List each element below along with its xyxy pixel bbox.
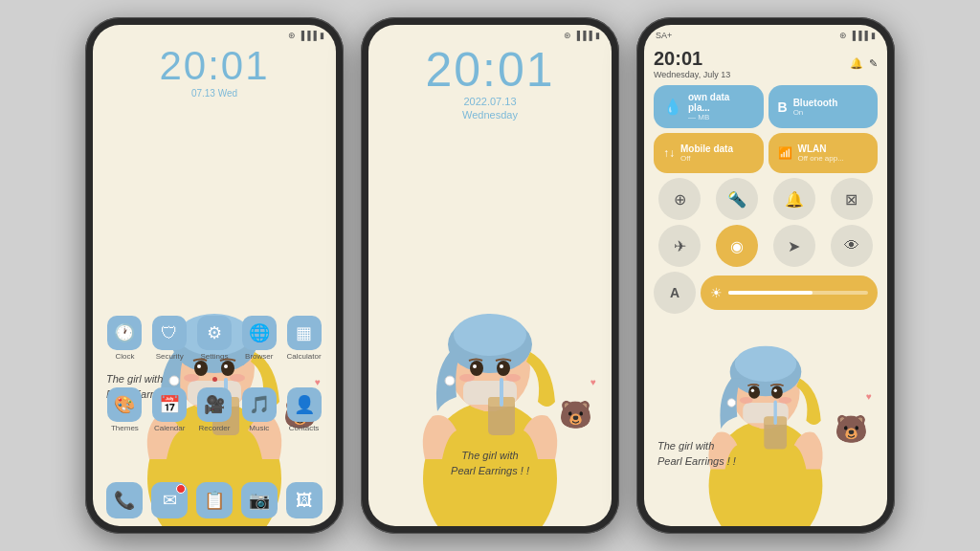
qs-tile-data-plan[interactable]: 💧 own data pla... — MB <box>654 85 764 128</box>
girl-text-line1-2: The girl with <box>451 449 529 463</box>
clock-time-2: 20:01 <box>368 46 612 94</box>
signal-icon: ▐▐▐ <box>299 31 317 40</box>
brightness-fill <box>728 291 813 295</box>
qs-tile-flashlight[interactable]: 🔦 <box>716 178 758 220</box>
dock-messages[interactable]: ✉ <box>151 482 188 518</box>
qs-tile-md-sub: Off <box>680 154 733 163</box>
bear-icon-2: 🐻 <box>559 399 592 430</box>
qs-header: 20:01 Wednesday, July 13 🔔 ✎ <box>654 48 878 79</box>
svg-point-46 <box>779 397 792 404</box>
svg-point-29 <box>459 374 475 382</box>
app-label-contacts: Contacts <box>289 424 320 432</box>
dock-camera[interactable]: 📷 <box>241 482 278 518</box>
qs-small-tiles-1: ⊕ 🔦 🔔 ⊠ <box>654 178 878 220</box>
app-icon-calculator[interactable]: ▦ <box>287 316 322 350</box>
qs-tile-wlan-sub: Off one app... <box>798 154 844 163</box>
app-browser[interactable]: 🌐 Browser <box>242 316 277 361</box>
app-clock[interactable]: 🕐 Clock <box>107 316 142 361</box>
app-themes[interactable]: 🎨 Themes <box>107 387 142 432</box>
qs-tile-vibrate[interactable]: ⊕ <box>658 178 701 220</box>
girl-text-line1-3: The girl with <box>657 439 736 453</box>
qs-tile-location[interactable]: ➤ <box>773 225 815 267</box>
app-icon-browser[interactable]: 🌐 <box>242 316 277 350</box>
page-dot <box>212 377 217 382</box>
qs-notification-icon[interactable]: 🔔 <box>850 57 863 70</box>
app-music[interactable]: 🎵 Music <box>242 387 277 432</box>
svg-point-38 <box>771 386 783 399</box>
qs-tile-notification[interactable]: 🔔 <box>773 178 815 220</box>
app-grid-1: 🕐 Clock 🛡 Security ⚙ Settings 🌐 Browser <box>93 316 336 440</box>
status-left-3: SA+ <box>656 31 672 40</box>
app-recorder[interactable]: 🎥 Recorder <box>197 387 232 432</box>
bluetooth-icon: ⊛ <box>288 31 296 40</box>
svg-point-36 <box>735 346 796 382</box>
clock-date-line2: Wednesday <box>368 109 612 121</box>
heart-icon-3: ♥ <box>866 391 872 402</box>
svg-point-39 <box>751 389 754 392</box>
app-label-calculator: Calculator <box>287 352 322 361</box>
qs-tile-screen-record[interactable]: ⊠ <box>831 178 873 220</box>
qs-tile-data-title: own data pla... <box>688 92 754 113</box>
qs-tile-bluetooth[interactable]: B Bluetooth On <box>768 85 879 128</box>
qs-tile-eye[interactable]: 👁 <box>831 225 873 267</box>
svg-point-30 <box>505 374 521 382</box>
qs-bottom-row: A ☀ <box>654 272 878 314</box>
quick-settings-panel: 20:01 Wednesday, July 13 🔔 ✎ 💧 own data … <box>644 42 887 320</box>
app-icon-calendar[interactable]: 📅 <box>152 387 187 422</box>
app-calendar[interactable]: 📅 Calendar <box>152 387 187 432</box>
app-row-2: 🎨 Themes 📅 Calendar 🎥 Recorder 🎵 Music <box>102 387 326 432</box>
app-icon-clock[interactable]: 🕐 <box>107 316 142 350</box>
bluetooth-icon-3: ⊛ <box>839 31 847 40</box>
app-icon-contacts[interactable]: 👤 <box>287 387 322 422</box>
app-icon-music[interactable]: 🎵 <box>242 387 277 422</box>
app-contacts[interactable]: 👤 Contacts <box>287 387 322 432</box>
qs-tile-mobile-data[interactable]: ↑↓ Mobile data Off <box>654 133 764 173</box>
qs-tile-circle[interactable]: ◉ <box>716 225 758 267</box>
bluetooth-tile-icon: B <box>778 99 788 115</box>
clock-widget-1: 20:01 07.13 Wed <box>93 42 336 99</box>
dock-gallery[interactable]: 🖼 <box>286 482 323 518</box>
qs-tiles-row2: ↑↓ Mobile data Off 📶 WLAN Off one app... <box>654 133 878 173</box>
app-icon-settings[interactable]: ⚙ <box>197 316 232 350</box>
clock-date-line1: 2022.07.13 <box>368 96 612 107</box>
qs-tile-wlan-title: WLAN <box>798 143 844 154</box>
svg-point-20 <box>454 314 526 356</box>
svg-point-22 <box>497 361 510 376</box>
clock-widget-2: 20:01 2022.07.13 Wednesday <box>368 42 612 121</box>
app-row-1: 🕐 Clock 🛡 Security ⚙ Settings 🌐 Browser <box>102 316 326 361</box>
qs-tile-airplane[interactable]: ✈ <box>658 225 701 267</box>
qs-tiles-row1: 💧 own data pla... — MB B Bluetooth On <box>654 85 878 128</box>
svg-point-47 <box>727 399 735 407</box>
qs-brightness-slider[interactable]: ☀ <box>701 276 878 310</box>
status-icons-3: ⊛ ▐▐▐ ▮ <box>839 31 876 40</box>
app-icon-security[interactable]: 🛡 <box>152 316 187 350</box>
svg-rect-44 <box>773 400 776 424</box>
qs-tile-wlan[interactable]: 📶 WLAN Off one app... <box>768 133 879 173</box>
data-plan-icon: 💧 <box>663 98 682 116</box>
status-bar-2: ⊛ ▐▐▐ ▮ <box>368 25 612 42</box>
qs-header-icons: 🔔 ✎ <box>850 57 878 70</box>
status-icons-2: ⊛ ▐▐▐ ▮ <box>564 31 600 40</box>
svg-rect-28 <box>500 378 503 407</box>
dot-indicator-1 <box>102 368 326 386</box>
app-calculator[interactable]: ▦ Calculator <box>287 316 322 361</box>
app-icon-recorder[interactable]: 🎥 <box>197 387 232 422</box>
qs-edit-icon[interactable]: ✎ <box>869 57 878 70</box>
qs-tile-md-text: Mobile data Off <box>680 143 733 163</box>
qs-tile-wlan-text: WLAN Off one app... <box>798 143 844 163</box>
qs-tile-font[interactable]: A <box>654 272 696 314</box>
brightness-icon: ☀ <box>710 285 723 300</box>
app-security[interactable]: 🛡 Security <box>152 316 187 361</box>
dock-phone[interactable]: 📞 <box>106 482 143 518</box>
dock-notes[interactable]: 📋 <box>196 482 233 518</box>
bluetooth-icon-2: ⊛ <box>564 31 571 40</box>
app-settings[interactable]: ⚙ Settings <box>197 316 232 361</box>
clock-time-1: 20:01 <box>93 46 336 86</box>
qs-time-date: 20:01 Wednesday, July 13 <box>654 48 730 79</box>
bottom-dock-1: 📞 ✉ 📋 📷 🖼 <box>102 482 326 518</box>
app-icon-themes[interactable]: 🎨 <box>107 387 142 422</box>
battery-icon-3: ▮ <box>871 31 876 40</box>
brightness-bar[interactable] <box>728 291 868 295</box>
wlan-icon: 📶 <box>778 146 792 160</box>
girl-illustration-2 <box>368 210 612 526</box>
